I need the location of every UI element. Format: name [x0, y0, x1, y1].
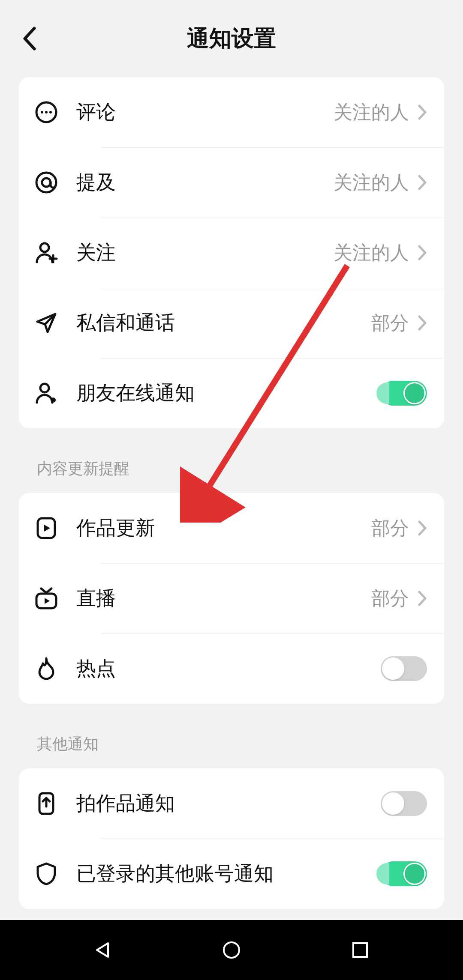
- row-label: 已登录的其他账号通知: [76, 860, 381, 887]
- section-title-other: 其他通知: [37, 734, 463, 755]
- row-works-update[interactable]: 作品更新 部分: [19, 493, 444, 563]
- fire-icon: [33, 656, 59, 681]
- circle-home-icon: [221, 940, 242, 960]
- row-label: 作品更新: [76, 515, 371, 541]
- row-dm-call[interactable]: 私信和通话 部分: [19, 288, 444, 358]
- header: 通知设置: [0, 0, 463, 77]
- section-title-content-updates: 内容更新提醒: [37, 458, 463, 479]
- chevron-right-icon: [418, 590, 427, 607]
- toggle-hot[interactable]: [381, 656, 427, 681]
- at-icon: [33, 170, 59, 195]
- row-label: 热点: [76, 655, 381, 682]
- toggle-other-account-notify[interactable]: [381, 861, 427, 886]
- row-label: 拍作品通知: [76, 790, 381, 817]
- row-label: 直播: [76, 585, 371, 612]
- row-label: 提及: [76, 169, 334, 196]
- row-label: 私信和通话: [76, 310, 371, 336]
- svg-marker-20: [97, 943, 108, 957]
- svg-marker-15: [45, 598, 50, 604]
- svg-rect-22: [353, 943, 367, 957]
- comment-icon: [33, 99, 59, 125]
- nav-back-button[interactable]: [88, 935, 118, 965]
- square-recents-icon: [351, 941, 370, 959]
- phone-upload-icon: [33, 791, 59, 816]
- settings-group-interactions: 评论 关注的人 提及 关注的人 关注 关注的人 私信和通话 部分: [19, 77, 444, 428]
- row-value: 部分: [371, 516, 409, 541]
- row-value: 部分: [371, 311, 409, 336]
- row-comments[interactable]: 评论 关注的人: [19, 77, 444, 147]
- page-title: 通知设置: [187, 24, 276, 54]
- nav-home-button[interactable]: [216, 935, 247, 965]
- chevron-right-icon: [418, 174, 427, 191]
- row-value: 部分: [371, 586, 409, 611]
- row-value: 关注的人: [334, 170, 409, 195]
- chevron-right-icon: [418, 520, 427, 536]
- svg-point-5: [42, 178, 51, 187]
- row-value: 关注的人: [334, 240, 409, 266]
- row-friend-online[interactable]: 朋友在线通知: [19, 358, 444, 428]
- settings-group-other: 拍作品通知 已登录的其他账号通知: [19, 768, 444, 909]
- row-label: 评论: [76, 99, 334, 125]
- row-label: 关注: [76, 239, 334, 266]
- row-mentions[interactable]: 提及 关注的人: [19, 147, 444, 218]
- svg-point-21: [224, 942, 239, 958]
- nav-recents-button[interactable]: [345, 935, 375, 965]
- row-value: 关注的人: [334, 100, 409, 125]
- video-play-icon: [33, 515, 59, 541]
- settings-group-content-updates: 作品更新 部分 直播 部分 热点: [19, 493, 444, 704]
- shield-icon: [33, 861, 59, 887]
- svg-point-1: [41, 111, 43, 114]
- chevron-right-icon: [418, 104, 427, 120]
- row-hot[interactable]: 热点: [19, 633, 444, 704]
- person-add-icon: [33, 240, 59, 266]
- row-create-notify[interactable]: 拍作品通知: [19, 768, 444, 839]
- tv-icon: [33, 586, 59, 611]
- svg-point-10: [40, 384, 49, 392]
- svg-point-2: [45, 111, 48, 114]
- person-online-icon: [33, 380, 59, 406]
- row-follow[interactable]: 关注 关注的人: [19, 218, 444, 288]
- chevron-right-icon: [418, 315, 427, 331]
- svg-point-4: [36, 173, 56, 192]
- back-button[interactable]: [19, 28, 39, 49]
- system-navbar: [0, 920, 463, 980]
- toggle-friend-online[interactable]: [381, 381, 427, 406]
- triangle-back-icon: [93, 940, 113, 960]
- send-icon: [33, 310, 59, 336]
- row-other-account-notify[interactable]: 已登录的其他账号通知: [19, 839, 444, 909]
- row-live[interactable]: 直播 部分: [19, 563, 444, 633]
- svg-marker-13: [44, 525, 50, 532]
- svg-point-3: [49, 111, 52, 114]
- svg-point-11: [51, 397, 56, 403]
- toggle-create-notify[interactable]: [381, 791, 427, 816]
- chevron-left-icon: [21, 26, 37, 51]
- svg-point-6: [40, 243, 49, 252]
- row-label: 朋友在线通知: [76, 380, 381, 406]
- chevron-right-icon: [418, 245, 427, 261]
